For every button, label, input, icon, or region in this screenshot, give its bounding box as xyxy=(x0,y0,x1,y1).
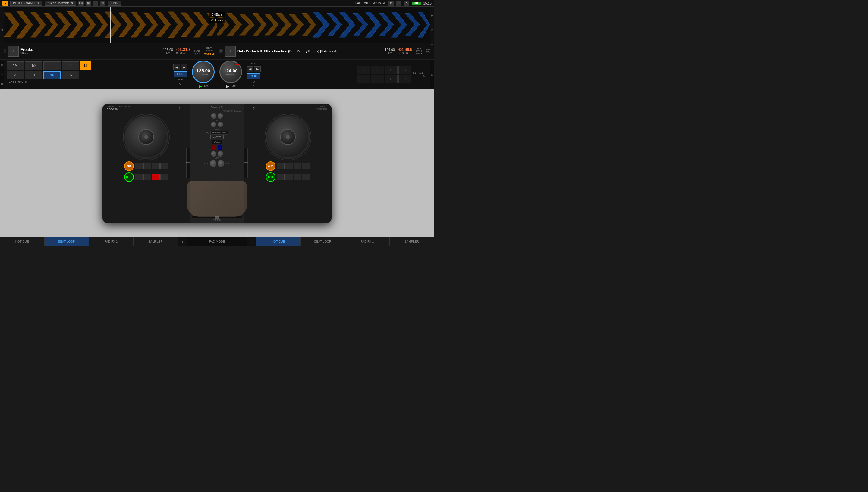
grid-icon-left[interactable]: ⊞ xyxy=(1,64,3,67)
hi-knob-1[interactable] xyxy=(211,113,216,119)
bottom-sampler-1[interactable]: SAMPLER xyxy=(134,237,178,246)
deck1-fader-thumb[interactable] xyxy=(186,162,190,164)
loop-btn-quarter[interactable]: 1/4 xyxy=(7,62,24,70)
hotcue-G[interactable]: G xyxy=(385,75,398,83)
hotcue-C[interactable]: C xyxy=(385,66,398,74)
fx-button[interactable]: FX xyxy=(78,1,84,6)
bottom-padfx1-2[interactable]: PAD FX 1 xyxy=(345,237,390,246)
right-arrow[interactable]: ▶ xyxy=(431,14,433,17)
deck2-next[interactable]: ▶ xyxy=(254,66,261,72)
deck2-cue-btn[interactable]: CUE xyxy=(247,73,260,79)
pad-2-1[interactable] xyxy=(135,174,143,180)
share-icon[interactable]: ⤴ xyxy=(396,1,401,6)
cfx-knob-2[interactable] xyxy=(218,160,224,167)
hotcue-D[interactable]: D xyxy=(398,66,412,74)
pad-d1-3[interactable] xyxy=(294,163,301,169)
link-icon[interactable]: ⬡ xyxy=(431,29,433,32)
loop-btn-16-top[interactable]: 16 xyxy=(80,62,91,70)
hi-knob-2[interactable] xyxy=(218,113,223,119)
pad-2-2[interactable] xyxy=(143,174,151,180)
hotcue-F[interactable]: F xyxy=(371,75,384,83)
channel-1-btn[interactable]: 1 xyxy=(212,145,216,150)
hotcue-A[interactable]: A xyxy=(357,66,370,74)
deck1-cue-orange[interactable]: CUE xyxy=(124,162,134,171)
pad-d2-1[interactable] xyxy=(277,174,284,180)
pad-1-4[interactable] xyxy=(160,163,168,169)
mixer-icon[interactable]: ⚌ xyxy=(93,1,98,6)
pad-2-3-red[interactable] xyxy=(152,174,160,180)
hotcue-B[interactable]: B xyxy=(371,66,384,74)
master-btn[interactable]: MASTER xyxy=(210,135,223,139)
left-arrow[interactable]: ◀ xyxy=(1,29,4,31)
hotcue-H[interactable]: H xyxy=(398,75,412,83)
deck1-cue-btn[interactable]: CUE xyxy=(173,71,187,77)
deck2-prev[interactable]: ◀ xyxy=(247,66,254,72)
grid-icon[interactable]: ⊞ xyxy=(86,1,91,6)
deck1-q-label[interactable]: Q xyxy=(179,82,181,85)
pad-1-2[interactable] xyxy=(143,163,151,169)
deck2-fader-thumb[interactable] xyxy=(244,162,248,164)
jog-wheel-2[interactable] xyxy=(266,115,310,159)
loop-btn-half[interactable]: 1/2 xyxy=(25,62,43,70)
deck2-cue-orange[interactable]: CUE xyxy=(266,162,276,171)
app-logo[interactable]: ★ xyxy=(2,1,8,6)
mid-knob-2[interactable] xyxy=(218,122,223,127)
deck2-q-label[interactable]: Q xyxy=(253,80,255,83)
pad-d2-2[interactable] xyxy=(285,174,293,180)
layout-selector[interactable]: 2Deck Horizontal ⇅ xyxy=(45,1,76,6)
hotcue-arrow[interactable]: ⇅ xyxy=(423,75,425,78)
deck2-bpm-knob[interactable]: 124.00 0.0% ±6 ▶ MT xyxy=(219,60,242,89)
deck1-next[interactable]: ▶ xyxy=(181,64,187,70)
cfx-knob-1[interactable] xyxy=(210,160,216,167)
bottom-sampler-2[interactable]: SAMPLER xyxy=(390,237,434,246)
channel-2-btn[interactable]: 2 xyxy=(218,145,222,150)
refresh-icon[interactable]: ↻ xyxy=(404,1,409,6)
pad-1-3[interactable] xyxy=(152,163,160,169)
low-knob-2[interactable] xyxy=(218,151,223,156)
deck1-prev[interactable]: ◀ xyxy=(173,64,180,70)
mode-selector[interactable]: PERFORMANCE ⇅ xyxy=(10,1,42,6)
deck2-play-icon[interactable]: ▶ xyxy=(226,84,229,89)
bottom-padfx1-1[interactable]: PAD FX 1 xyxy=(89,237,134,246)
bars-icon[interactable]: ≡ xyxy=(1,73,3,76)
deck1-mt-btn[interactable]: MT xyxy=(204,84,208,88)
pad-1-1[interactable] xyxy=(135,163,143,169)
crossfader[interactable] xyxy=(192,216,242,218)
loop-btn-32[interactable]: 32 xyxy=(62,71,79,79)
loop-btn-4[interactable]: 4 xyxy=(7,71,24,79)
deck1-bpm-circle[interactable]: 125.00 0.0% ±6 xyxy=(192,60,215,83)
loop-btn-8[interactable]: 8 xyxy=(25,71,43,79)
pad-d1-1[interactable] xyxy=(277,163,284,169)
crossfader-thumb[interactable] xyxy=(215,216,219,219)
mypage-label[interactable]: MY PAGE xyxy=(373,1,386,5)
mid-knob-1[interactable] xyxy=(211,122,216,127)
pad-2-4[interactable] xyxy=(160,174,168,180)
pad-d2-3[interactable] xyxy=(294,174,301,180)
loop-btn-16-active[interactable]: 16 xyxy=(43,71,61,79)
low-knob-1[interactable] xyxy=(211,151,216,156)
deck2-play-green[interactable]: ▶⏸ xyxy=(266,172,276,182)
beat-loop-arrow[interactable]: ⇅ xyxy=(25,81,27,84)
bottom-beatloop-2[interactable]: BEAT LOOP xyxy=(301,237,345,246)
hotcue-E[interactable]: E xyxy=(357,75,370,83)
deck2-mt-btn[interactable]: MT xyxy=(232,84,236,88)
deck2-bpm-circle[interactable]: 124.00 0.0% ±6 xyxy=(219,60,242,83)
pad-d2-4[interactable] xyxy=(302,174,310,180)
record-icon[interactable]: ⊙ xyxy=(100,1,105,6)
link-button[interactable]: LINK xyxy=(108,1,121,6)
settings-icon[interactable]: ⚙ xyxy=(388,1,394,6)
loop-btn-1[interactable]: 1 xyxy=(43,62,61,70)
deck1-play-green[interactable]: ▶⏸ xyxy=(124,172,134,182)
scissors-icon[interactable]: ✂ xyxy=(431,43,433,46)
bottom-beatloop-1[interactable]: BEAT LOOP xyxy=(45,237,89,246)
adjust-icon[interactable]: ⚏ xyxy=(1,82,3,85)
jog-wheel-1[interactable] xyxy=(124,115,168,159)
deck1-play-icon[interactable]: ▶ xyxy=(198,84,202,89)
deck1-bpm-knob[interactable]: 125.00 0.0% ±6 ▶ MT xyxy=(192,60,215,89)
grid-icon-right[interactable]: ⊞ xyxy=(431,73,433,76)
pad-d1-2[interactable] xyxy=(285,163,293,169)
bottom-hotcue-2[interactable]: HOT CUE xyxy=(256,237,301,246)
loop-btn-2[interactable]: 2 xyxy=(62,62,79,70)
pad-d1-4[interactable] xyxy=(302,163,310,169)
bottom-hotcue-1[interactable]: HOT CUE xyxy=(0,237,45,246)
